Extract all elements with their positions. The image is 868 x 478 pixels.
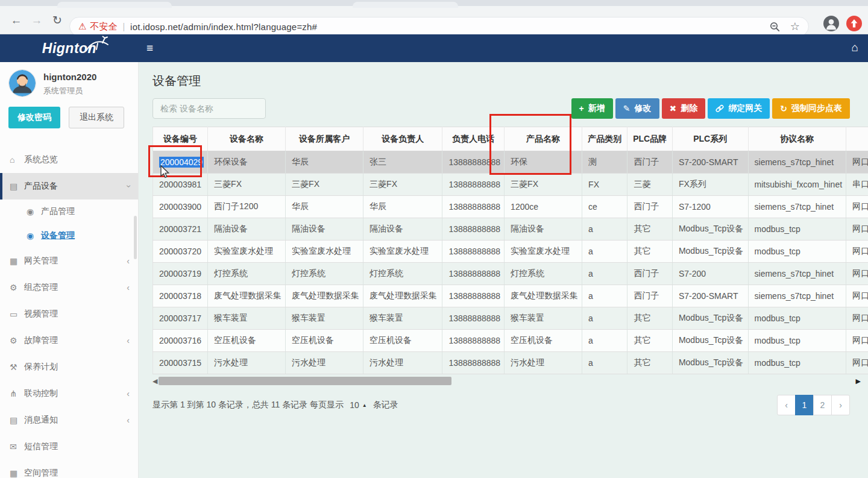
table-row[interactable]: 200003717猴车装置猴车装置猴车装置13888888888猴车装置a其它M… [153,307,868,330]
refresh-icon: ↻ [780,104,787,113]
column-header-device-id: 设备编号 [153,127,208,151]
video-icon: ▦ [10,468,24,478]
home-icon[interactable]: ⌂ [852,41,858,54]
sidebar-item-fault-management[interactable]: ⚙故障管理‹ [0,327,138,354]
cell-device-id: 200003718 [153,285,208,307]
sidebar-item-config-management[interactable]: ⚙组态管理‹ [0,274,138,301]
table-row[interactable]: 200004029环保设备华辰张三13888888888环保测西门子S7-200… [153,151,868,174]
browser-back-icon[interactable]: ← [7,11,25,30]
table-row[interactable]: 200003720实验室废水处理实验室废水处理实验室废水处理1388888888… [153,241,868,263]
modify-button-label: 修改 [635,103,652,114]
sidebar-item-gateway-management[interactable]: ▦网关管理‹ [0,248,138,274]
app-header: Hignton ≡ ⌂ [0,34,868,62]
cell-device-id: 200003715 [153,352,208,374]
table-row[interactable]: 200003900西门子1200华辰华辰138888888881200cece西… [153,196,868,218]
search-input[interactable] [153,98,266,119]
pagination-prev[interactable]: ‹ [777,395,796,415]
zoom-out-icon[interactable] [769,21,781,33]
sidebar-toggle-hamburger-icon[interactable]: ≡ [146,42,153,55]
table-row[interactable]: 200003721隔油设备隔油设备隔油设备13888888888隔油设备a其它M… [153,218,868,241]
sidebar-item-message-notification[interactable]: ▤消息通知‹ [0,407,138,433]
bind-gateway-button[interactable]: 绑定网关 [708,98,770,119]
page-size-dropdown[interactable]: 10 ▲ [350,400,367,410]
cell-comm-type: 网口 [846,241,868,263]
cell-owner-phone: 13888888888 [442,330,505,352]
sidebar-item-maintenance-plan[interactable]: ⚒保养计划 [0,354,138,380]
table-controls: + 新增 ✎ 修改 ✖ 删除 绑定网关 ↻ [153,98,850,119]
sidebar-item-sms-management[interactable]: ✉短信管理 [0,433,138,460]
cell-device-name: 三菱FX [208,174,286,196]
cell-protocol-name: modbus_tcp [748,352,846,374]
cell-device-name: 猴车装置 [208,307,286,330]
selected-device-id-text: 200004029 [159,157,204,168]
browser-extension-icon[interactable] [846,16,862,34]
scroll-right-icon[interactable]: ▶ [856,377,861,385]
sidebar-item-device-management[interactable]: ◉设备管理 [0,224,138,248]
table-row[interactable]: 200003715污水处理污水处理污水处理13888888888污水处理a其它M… [153,352,868,374]
browser-forward-icon[interactable]: → [28,11,46,30]
add-button[interactable]: + 新增 [571,98,613,119]
chevron-left-icon: ‹ [127,256,130,266]
book-icon: ▤ [10,415,24,425]
cell-device-id: 200003900 [153,196,208,218]
pagination-next[interactable]: › [831,395,850,415]
logout-button[interactable]: 退出系统 [69,107,124,128]
table-body: 200004029环保设备华辰张三13888888888环保测西门子S7-200… [153,151,868,374]
column-header-customer: 设备所属客户 [286,127,363,151]
envelope-icon: ✉ [10,442,24,451]
table-header-row: 设备编号设备名称设备所属客户设备负责人负责人电话产品名称产品类别PLC品牌PLC… [153,127,868,151]
cell-product-name: 1200ce [505,196,582,218]
cell-protocol-name: mitsubishi_fxcom_hinet [748,174,846,196]
change-password-button[interactable]: 修改密码 [8,107,60,128]
sidebar-item-linkage-control[interactable]: ⋔联动控制‹ [0,380,138,407]
security-warning-icon: ⚠ [78,21,86,32]
table-row[interactable]: 200003718废气处理数据采集废气处理数据采集废气处理数据采集1388888… [153,285,868,307]
cell-comm-type: 网口 [846,263,868,285]
cell-protocol-name: siemens_s7tcp_hinet [748,151,846,174]
sidebar-item-system-overview[interactable]: ⌂系统总览 [0,146,138,173]
sidebar-item-product-device[interactable]: ▤产品设备‹ [0,173,138,200]
address-bar[interactable]: ⚠ 不安全 | iot.idosp.net/admin/index.html?l… [69,17,809,36]
sidebar-item-label: 故障管理 [24,335,58,346]
cell-protocol-name: modbus_tcp [748,330,846,352]
delete-button[interactable]: ✖ 删除 [662,98,706,119]
cell-plc-series: Modbus_Tcp设备 [672,307,748,330]
browser-profile-icon[interactable] [823,16,839,34]
browser-reload-icon[interactable]: ↻ [48,11,66,30]
sidebar-item-space-management[interactable]: ▦空间管理 [0,460,138,478]
cell-device-owner: 实验室废水处理 [363,241,442,263]
cell-protocol-name: modbus_tcp [748,218,846,241]
cell-plc-series: S7-1200 [672,196,748,218]
table-row[interactable]: 200003981三菱FX三菱FX三菱FX13888888888三菱FXFX三菱… [153,174,868,196]
url-separator: | [122,22,125,31]
cell-owner-phone: 13888888888 [442,285,505,307]
cell-device-id: 200004029 [153,151,208,174]
cell-owner-phone: 13888888888 [442,151,505,174]
modify-button[interactable]: ✎ 修改 [615,98,659,119]
sidebar-scrollbar[interactable] [134,216,137,259]
table-row[interactable]: 200003716空压机设备空压机设备空压机设备13888888888空压机设备… [153,330,868,352]
table-row[interactable]: 200003719灯控系统灯控系统灯控系统13888888888灯控系统a西门子… [153,263,868,285]
force-sync-button[interactable]: ↻ 强制同步点表 [772,98,850,119]
cell-device-owner: 张三 [363,151,442,174]
sidebar-item-label: 产品设备 [24,181,58,192]
scrollbar-thumb[interactable] [159,377,451,385]
pagination-page-2[interactable]: 2 [813,395,832,415]
cell-owner-phone: 13888888888 [442,241,505,263]
cell-product-category: a [582,241,627,263]
bookmark-star-icon[interactable]: ☆ [790,20,800,33]
cell-product-name: 三菱FX [505,174,582,196]
sidebar-item-video-management[interactable]: ▭视频管理 [0,301,138,327]
cell-customer: 猴车装置 [286,307,363,330]
page-title: 设备管理 [153,73,868,89]
pagination-page-1[interactable]: 1 [795,395,814,415]
scroll-left-icon[interactable]: ◀ [153,377,157,385]
cell-product-category: FX [582,174,627,196]
pagination: ‹12› [778,395,850,415]
cell-product-name: 灯控系统 [505,263,582,285]
cell-product-name: 隔油设备 [505,218,582,241]
cell-product-category: a [582,307,627,330]
gears-icon: ⚙ [10,283,24,292]
sidebar-item-product-management[interactable]: ◉产品管理 [0,200,138,224]
cell-device-id: 200003720 [153,241,208,263]
